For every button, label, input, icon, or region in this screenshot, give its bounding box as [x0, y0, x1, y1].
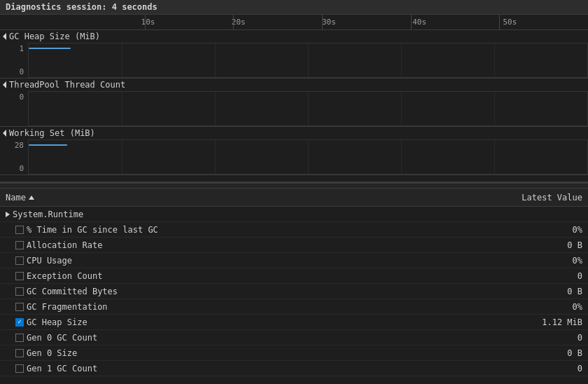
collapse-icon-working-set[interactable]	[3, 130, 6, 137]
row-name-1: Allocation Rate	[15, 240, 512, 250]
checkbox-8[interactable]	[15, 349, 24, 357]
checkbox-5[interactable]	[15, 303, 24, 311]
working-set-y-max: 28	[0, 141, 24, 150]
row-name-3: Exception Count	[15, 271, 512, 281]
gc-heap-y-min: 0	[0, 67, 24, 76]
gc-heap-section: GC Heap Size (MiB) 1 0	[0, 30, 588, 78]
gc-heap-grid	[28, 43, 588, 78]
row-name-5: GC Fragmentation	[15, 302, 512, 312]
checkbox-1[interactable]	[15, 241, 24, 249]
threadpool-grid	[28, 91, 588, 126]
threadpool-y-labels: 0	[0, 91, 27, 126]
table-row[interactable]: Gen 0 GC Count 0	[0, 330, 588, 345]
threadpool-title: ThreadPool Thread Count	[9, 80, 125, 90]
working-set-title: Working Set (MiB)	[9, 128, 95, 138]
row-name-7: Gen 0 GC Count	[15, 333, 512, 343]
sort-arrow-icon	[29, 196, 34, 200]
checkbox-6[interactable]	[15, 318, 24, 327]
session-label: Diagnostics session: 4 seconds	[6, 2, 158, 12]
chart-area: 10s 20s 30s 40s 50s GC Heap Size (MiB) 1…	[0, 15, 588, 183]
checkbox-4[interactable]	[15, 287, 24, 296]
section-divider	[0, 183, 588, 188]
row-name-4: GC Committed Bytes	[15, 287, 512, 296]
row-value-2: 0%	[512, 256, 582, 266]
table-row[interactable]: Allocation Rate 0 B	[0, 238, 588, 253]
category-label: System.Runtime	[6, 210, 83, 219]
table-area: Name Latest Value System.Runtime % Time …	[0, 188, 588, 384]
gc-heap-line	[29, 48, 71, 49]
table-row[interactable]: CPU Usage 0%	[0, 253, 588, 268]
working-set-header: Working Set (MiB)	[0, 127, 588, 139]
checkbox-3[interactable]	[15, 272, 24, 280]
row-name-8: Gen 0 Size	[15, 348, 512, 358]
gc-heap-y-max: 1	[0, 44, 24, 53]
row-name-2: CPU Usage	[15, 256, 512, 266]
table-row[interactable]: Exception Count 0	[0, 268, 588, 284]
table-header: Name Latest Value	[0, 188, 588, 207]
gc-heap-title: GC Heap Size (MiB)	[9, 32, 100, 41]
row-value-1: 0 B	[512, 240, 582, 250]
table-row[interactable]: Gen 1 GC Count 0	[0, 361, 588, 376]
checkbox-0[interactable]	[15, 226, 24, 234]
name-col-label: Name	[6, 193, 26, 203]
collapse-icon-gc[interactable]	[3, 33, 6, 40]
table-row[interactable]: GC Heap Size 1.12 MiB	[0, 315, 588, 330]
gc-heap-body: 1 0	[0, 43, 588, 78]
category-row[interactable]: System.Runtime	[0, 207, 588, 222]
row-value-7: 0	[512, 333, 582, 343]
row-value-0: 0%	[512, 225, 582, 235]
working-set-grid	[28, 139, 588, 174]
gc-heap-y-labels: 1 0	[0, 43, 27, 78]
timeline-ruler: 10s 20s 30s 40s 50s	[0, 15, 588, 30]
row-value-3: 0	[512, 271, 582, 281]
threadpool-section: ThreadPool Thread Count 0	[0, 78, 588, 127]
checkbox-9[interactable]	[15, 364, 24, 373]
value-col-label: Latest Value	[522, 193, 582, 203]
table-row[interactable]: Gen 0 Size 0 B	[0, 345, 588, 361]
working-set-section: Working Set (MiB) 28 0	[0, 127, 588, 175]
threadpool-header: ThreadPool Thread Count	[0, 78, 588, 91]
row-value-8: 0 B	[512, 348, 582, 358]
table-row[interactable]: GC Fragmentation 0%	[0, 299, 588, 315]
col-value-header: Latest Value	[512, 193, 582, 203]
row-name-6: GC Heap Size	[15, 317, 512, 327]
category-name: System.Runtime	[13, 210, 83, 219]
working-set-y-min: 0	[0, 164, 24, 173]
gc-heap-header: GC Heap Size (MiB)	[0, 30, 588, 43]
threadpool-y-max: 0	[0, 92, 24, 102]
row-name-0: % Time in GC since last GC	[15, 225, 512, 235]
table-row[interactable]: GC Committed Bytes 0 B	[0, 284, 588, 299]
row-name-9: Gen 1 GC Count	[15, 364, 512, 373]
diagnostics-bar: Diagnostics session: 4 seconds	[0, 0, 588, 15]
row-value-5: 0%	[512, 302, 582, 312]
row-value-6: 1.12 MiB	[512, 317, 582, 327]
collapse-icon-threadpool[interactable]	[3, 81, 6, 88]
checkbox-7[interactable]	[15, 334, 24, 342]
col-name-header[interactable]: Name	[6, 193, 512, 203]
row-value-9: 0	[512, 364, 582, 373]
checkbox-2[interactable]	[15, 256, 24, 265]
working-set-y-labels: 28 0	[0, 139, 27, 174]
working-set-body: 28 0	[0, 139, 588, 174]
table-row[interactable]: % Time in GC since last GC 0%	[0, 222, 588, 238]
ruler-labels: 10s 20s 30s 40s 50s	[56, 15, 588, 29]
row-value-4: 0 B	[512, 287, 582, 296]
threadpool-body: 0	[0, 91, 588, 126]
expand-icon-category	[6, 212, 10, 217]
working-set-line	[29, 144, 67, 146]
